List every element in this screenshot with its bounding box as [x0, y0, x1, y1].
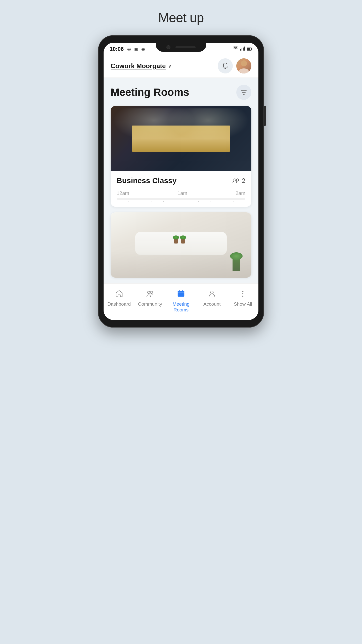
svg-point-15	[242, 296, 244, 297]
floor-plant	[233, 256, 240, 271]
nav-item-meeting-rooms[interactable]: MeetingRooms	[165, 288, 196, 315]
nav-label-meeting-rooms: MeetingRooms	[172, 301, 190, 313]
nav-item-account[interactable]: Account	[197, 288, 228, 315]
front-camera	[166, 45, 170, 49]
nav-item-show-all[interactable]: Show All	[228, 288, 258, 315]
tick	[175, 201, 175, 202]
svg-rect-5	[247, 48, 250, 50]
time-label-1-start: 12am	[117, 190, 129, 196]
status-time: 10:06	[110, 46, 124, 52]
wifi-icon	[233, 47, 238, 52]
tick	[187, 201, 187, 202]
user-avatar[interactable]	[236, 58, 251, 73]
section-header: Meeting Rooms	[111, 85, 251, 100]
avatar-image	[236, 58, 251, 73]
room-card-1[interactable]: Business Classy 2	[111, 106, 251, 207]
chevron-down-icon: ∨	[168, 63, 172, 69]
section-title: Meeting Rooms	[111, 86, 189, 98]
bottom-nav: Dashboard Community	[104, 283, 258, 320]
status-icon-2: ▣	[133, 46, 139, 52]
status-icon-1: ◎	[126, 46, 132, 52]
svg-rect-3	[244, 47, 245, 51]
phone-notch	[156, 43, 206, 52]
svg-rect-11	[178, 291, 184, 297]
tick	[234, 201, 234, 202]
room-card-2[interactable]	[111, 212, 251, 278]
svg-point-10	[150, 291, 153, 294]
app-title: Meet up	[158, 10, 204, 25]
nav-label-community: Community	[138, 301, 162, 307]
room-image-2	[111, 212, 251, 278]
notification-button[interactable]	[218, 58, 233, 73]
tick	[117, 201, 117, 202]
status-bar-right	[233, 47, 252, 52]
svg-point-9	[147, 291, 150, 294]
pot-2	[181, 238, 185, 244]
show-all-icon	[239, 290, 247, 299]
signal-icon	[240, 47, 245, 52]
tick	[128, 201, 128, 202]
tick	[198, 201, 199, 202]
status-icons: ◎ ▣ ◉	[126, 46, 146, 52]
tick	[140, 201, 140, 202]
room-name-1: Business Classy	[117, 176, 176, 185]
status-bar-left: 10:06 ◎ ▣ ◉	[110, 46, 146, 52]
window-lines	[111, 212, 251, 278]
phone-screen: 10:06 ◎ ▣ ◉	[104, 43, 258, 320]
nav-item-dashboard[interactable]: Dashboard	[104, 288, 134, 315]
main-content: Meeting Rooms Business Classy	[104, 78, 258, 278]
tick	[163, 201, 164, 202]
app-header: Cowork Moorgate ∨	[104, 54, 258, 78]
nav-label-show-all: Show All	[234, 301, 252, 307]
plants-decoration	[174, 238, 185, 244]
nav-label-account: Account	[203, 301, 221, 307]
filter-button[interactable]	[236, 85, 251, 100]
nav-item-community[interactable]: Community	[134, 288, 165, 315]
timeline-1: 12am 1am 2am	[111, 190, 251, 207]
svg-point-13	[242, 291, 244, 292]
timeline-labels-1: 12am 1am 2am	[117, 190, 245, 196]
status-icon-3: ◉	[140, 46, 146, 52]
svg-rect-6	[252, 48, 252, 50]
community-icon	[146, 290, 154, 299]
svg-point-12	[211, 291, 213, 294]
tick	[210, 201, 210, 202]
time-label-1-end: 2am	[236, 190, 245, 196]
tick	[245, 201, 245, 202]
timeline-ticks-1	[117, 201, 245, 202]
meeting-rooms-icon	[177, 290, 185, 299]
location-text: Cowork Moorgate	[111, 62, 166, 70]
room-name-row-1: Business Classy 2	[117, 176, 245, 185]
svg-rect-0	[240, 49, 241, 51]
svg-point-14	[242, 293, 244, 295]
svg-rect-2	[243, 48, 244, 51]
battery-icon	[247, 47, 252, 52]
svg-rect-1	[242, 48, 242, 51]
account-icon	[208, 290, 216, 299]
capacity-number-1: 2	[242, 177, 245, 185]
tick	[152, 201, 152, 202]
header-actions	[218, 58, 251, 73]
room-info-1: Business Classy 2	[111, 171, 251, 190]
time-label-1-mid: 1am	[177, 190, 187, 196]
timeline-bar-1	[117, 198, 245, 200]
speaker	[175, 46, 196, 48]
phone-frame: 10:06 ◎ ▣ ◉	[98, 35, 264, 328]
nav-label-dashboard: Dashboard	[107, 301, 131, 307]
room-capacity-1: 2	[232, 177, 245, 185]
location-selector[interactable]: Cowork Moorgate ∨	[111, 62, 172, 70]
room-image-1	[111, 106, 251, 171]
tick	[222, 201, 222, 202]
dashboard-icon	[115, 290, 123, 299]
pot-1	[174, 238, 178, 244]
